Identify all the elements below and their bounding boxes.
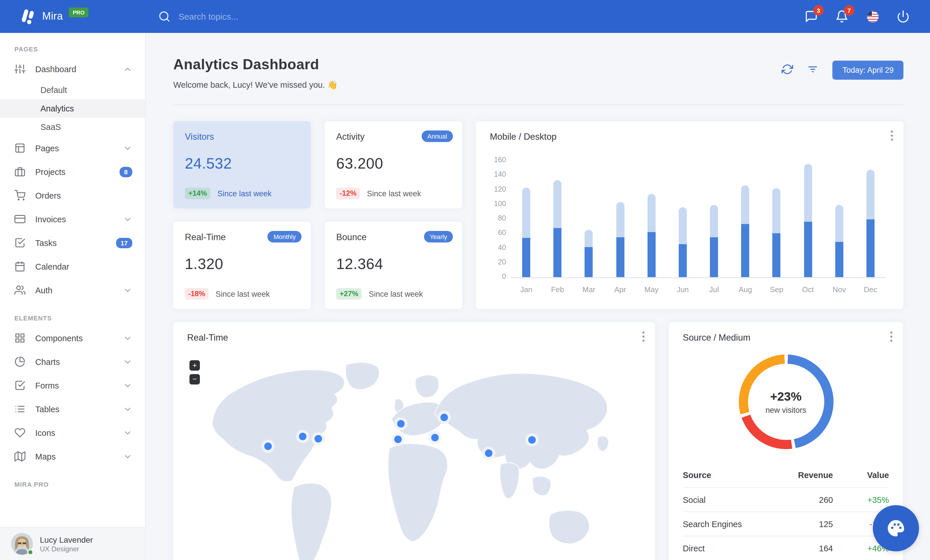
- bar-chart: 020406080100120140160: [511, 162, 886, 278]
- credit-card-icon: [14, 213, 25, 225]
- calendar-icon: [14, 261, 25, 272]
- sidebar-item-tables[interactable]: Tables: [0, 397, 145, 421]
- theme-settings-button[interactable]: [873, 505, 919, 551]
- table-row-social: Social 260 +35%: [683, 487, 889, 511]
- sidebar-section-pages: Pages: [14, 46, 145, 52]
- sidebar-subitem-saas[interactable]: SaaS: [0, 118, 145, 136]
- sidebar-subitem-default[interactable]: Default: [0, 81, 145, 99]
- map-icon: [14, 451, 25, 462]
- messages-button[interactable]: 3: [805, 9, 819, 23]
- user-info: Lucy Lavender UX Designer: [40, 535, 93, 553]
- y-tick-label: 40: [498, 243, 506, 252]
- bar-segment-desktop: [554, 180, 562, 228]
- projects-count-badge: 8: [120, 167, 132, 177]
- x-tick-label: Oct: [792, 285, 824, 294]
- card-menu-button[interactable]: [890, 331, 893, 344]
- bar-segment-mobile: [585, 247, 593, 278]
- sidebar-subitem-analytics[interactable]: Analytics: [0, 99, 145, 118]
- bar-segment-desktop: [773, 188, 781, 233]
- check-square-icon: [14, 237, 25, 248]
- brand[interactable]: Mira PRO: [0, 8, 146, 25]
- bar-column: [636, 162, 667, 277]
- y-tick-label: 140: [494, 170, 506, 179]
- map-marker: [528, 436, 536, 444]
- chevron-down-icon: [123, 381, 132, 390]
- users-icon: [14, 285, 25, 296]
- language-button[interactable]: [866, 9, 880, 23]
- sidebar-item-orders[interactable]: Orders: [0, 184, 145, 207]
- card-menu-button[interactable]: [642, 331, 645, 344]
- filter-button[interactable]: [807, 63, 819, 77]
- card-menu-button[interactable]: [891, 130, 893, 143]
- refresh-button[interactable]: [782, 63, 793, 77]
- sidebar-item-auth[interactable]: Auth: [0, 278, 145, 302]
- mira-logo-icon: [19, 8, 36, 25]
- date-range-button[interactable]: Today: April 29: [833, 61, 904, 80]
- sidebar-item-dashboard[interactable]: Dashboard: [0, 57, 145, 81]
- list-icon: [14, 404, 25, 414]
- stat-caption: Since last week: [369, 290, 423, 298]
- sidebar-item-calendar[interactable]: Calendar: [0, 255, 145, 278]
- map-marker: [314, 435, 322, 442]
- period-badge: Yearly: [424, 231, 453, 242]
- sidebar-item-tasks[interactable]: Tasks 17: [0, 231, 145, 255]
- stats-grid: Visitors 24.532 +14% Since last week Act…: [173, 121, 462, 309]
- x-axis: JanFebMarAprMayJunJulAugSepOctNovDec: [511, 285, 886, 294]
- x-tick-label: Jan: [511, 285, 542, 294]
- sidebar-item-pages[interactable]: Pages: [0, 136, 145, 160]
- search-input[interactable]: [179, 12, 329, 21]
- sidebar-item-components[interactable]: Components: [0, 326, 145, 350]
- sidebar-item-maps[interactable]: Maps: [0, 445, 145, 468]
- bar-segment-desktop: [741, 185, 750, 224]
- period-badge: Annual: [421, 130, 453, 142]
- bar-segment-mobile: [773, 233, 781, 278]
- sidebar-item-forms[interactable]: Forms: [0, 374, 145, 397]
- map-marker: [485, 450, 493, 457]
- bar-segment-mobile: [835, 242, 843, 277]
- source-table-header: Source Revenue Value: [683, 463, 889, 487]
- bar-column: [542, 162, 573, 277]
- chevron-down-icon: [123, 215, 132, 224]
- donut-center-value: +23%: [770, 390, 802, 403]
- zoom-out-button[interactable]: −: [189, 374, 200, 385]
- source-title: Source / Medium: [683, 333, 889, 343]
- bar-segment-mobile: [867, 220, 875, 277]
- bar-segment-mobile: [741, 224, 750, 277]
- sidebar-item-invoices[interactable]: Invoices: [0, 207, 145, 231]
- search-box[interactable]: [158, 11, 329, 23]
- bar-column: [792, 162, 824, 277]
- donut-chart: +23% new visitors: [739, 354, 833, 449]
- map-marker: [264, 442, 272, 450]
- period-badge: Monthly: [268, 231, 302, 242]
- stat-value: 1.320: [185, 255, 299, 273]
- stat-delta: -18%: [185, 288, 208, 300]
- bar-segment-desktop: [585, 230, 593, 247]
- sidebar-item-projects[interactable]: Projects 8: [0, 160, 145, 184]
- sidebar-item-icons[interactable]: Icons: [0, 421, 145, 445]
- y-tick-label: 20: [498, 258, 506, 266]
- x-tick-label: Mar: [573, 285, 605, 294]
- map-marker: [394, 436, 402, 443]
- x-tick-label: Feb: [542, 285, 573, 294]
- page-title: Analytics Dashboard: [173, 56, 338, 73]
- table-row-search-engines: Search Engines 125 -12%: [683, 511, 889, 536]
- logout-button[interactable]: [896, 9, 910, 23]
- sidebar-item-charts[interactable]: Charts: [0, 350, 145, 374]
- page-header: Analytics Dashboard Welcome back, Lucy! …: [173, 56, 904, 90]
- avatar: [11, 533, 33, 555]
- stat-value: 63.200: [336, 155, 451, 173]
- notifications-button[interactable]: 7: [835, 9, 849, 23]
- zoom-in-button[interactable]: +: [189, 360, 200, 371]
- app-window: Mira PRO 3 7: [0, 0, 930, 560]
- stat-delta: +27%: [336, 288, 362, 300]
- bar-segment-mobile: [554, 228, 562, 277]
- x-tick-label: Jul: [698, 285, 730, 294]
- table-row-direct: Direct 164 +46%: [683, 536, 889, 560]
- bar-segment-desktop: [522, 187, 530, 238]
- sidebar-user[interactable]: Lucy Lavender UX Designer: [0, 527, 145, 560]
- page-header-text: Analytics Dashboard Welcome back, Lucy! …: [173, 56, 338, 90]
- filter-icon: [807, 63, 819, 75]
- sidebar: Pages Dashboard Default Analytics SaaS P…: [0, 33, 146, 560]
- stat-title: Visitors: [185, 132, 299, 142]
- stat-delta: -12%: [336, 188, 360, 199]
